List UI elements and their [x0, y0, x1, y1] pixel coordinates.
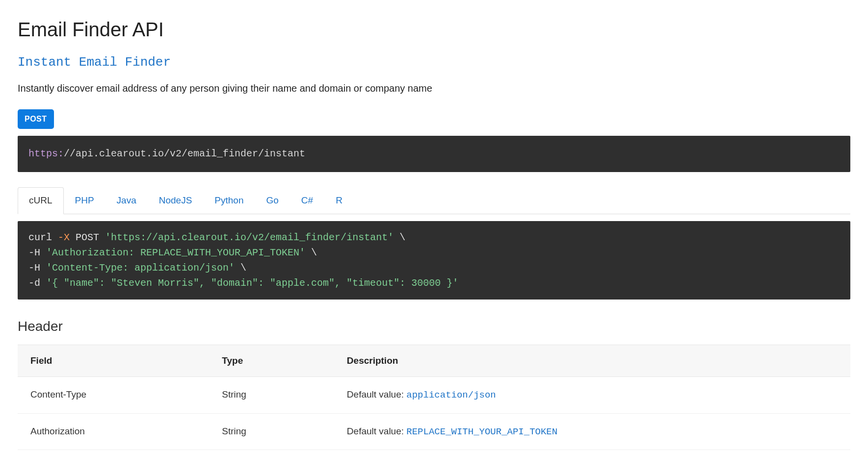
code-text: \	[305, 247, 317, 258]
desc-code: application/json	[406, 390, 496, 400]
param-field: Authorization	[18, 413, 209, 450]
section-description: Instantly discover email address of any …	[18, 81, 850, 96]
endpoint-url-block: https://api.clearout.io/v2/email_finder/…	[18, 136, 850, 172]
code-example-block: curl -X POST 'https://api.clearout.io/v2…	[18, 221, 850, 300]
tab-curl[interactable]: cURL	[18, 187, 64, 214]
http-method-badge: POST	[18, 109, 54, 129]
header-section-title: Header	[18, 316, 850, 337]
tab-go[interactable]: Go	[255, 187, 290, 214]
param-type: String	[209, 413, 334, 450]
code-text: '{ "name": "Steven Morris", "domain": "a…	[46, 277, 458, 289]
code-text: \	[394, 232, 405, 243]
table-row: Authorization String Default value: REPL…	[18, 413, 850, 450]
tab-java[interactable]: Java	[105, 187, 148, 214]
code-text: -H	[28, 247, 46, 258]
code-text: 'Authorization: REPLACE_WITH_YOUR_API_TO…	[46, 247, 305, 258]
tab-nodejs[interactable]: NodeJS	[148, 187, 204, 214]
table-row: Content-Type String Default value: appli…	[18, 377, 850, 414]
code-text: POST	[70, 232, 105, 243]
endpoint-scheme: https:	[28, 148, 64, 159]
table-header-type: Type	[209, 345, 334, 377]
param-description: Default value: application/json	[334, 377, 850, 414]
code-text: 'https://api.clearout.io/v2/email_finder…	[105, 232, 394, 243]
table-header-field: Field	[18, 345, 209, 377]
tab-python[interactable]: Python	[203, 187, 255, 214]
tab-csharp[interactable]: C#	[290, 187, 324, 214]
page-title: Email Finder API	[18, 15, 850, 44]
code-text: \	[235, 262, 246, 274]
section-title: Instant Email Finder	[18, 53, 850, 72]
param-field: Content-Type	[18, 377, 209, 414]
param-description: Default value: REPLACE_WITH_YOUR_API_TOK…	[334, 413, 850, 450]
code-text: curl	[28, 232, 58, 243]
code-text: -X	[58, 232, 70, 243]
code-text: 'Content-Type: application/json'	[46, 262, 235, 274]
param-type: String	[209, 377, 334, 414]
tab-r[interactable]: R	[324, 187, 354, 214]
desc-prefix: Default value:	[347, 389, 406, 400]
header-params-table: Field Type Description Content-Type Stri…	[18, 345, 850, 450]
endpoint-path: //api.clearout.io/v2/email_finder/instan…	[64, 148, 305, 159]
code-text: -d	[28, 277, 46, 289]
tab-php[interactable]: PHP	[64, 187, 105, 214]
code-text: -H	[28, 262, 46, 274]
table-header-description: Description	[334, 345, 850, 377]
code-language-tabs: cURL PHP Java NodeJS Python Go C# R	[18, 187, 850, 214]
desc-code: REPLACE_WITH_YOUR_API_TOKEN	[406, 426, 557, 437]
desc-prefix: Default value:	[347, 426, 406, 436]
